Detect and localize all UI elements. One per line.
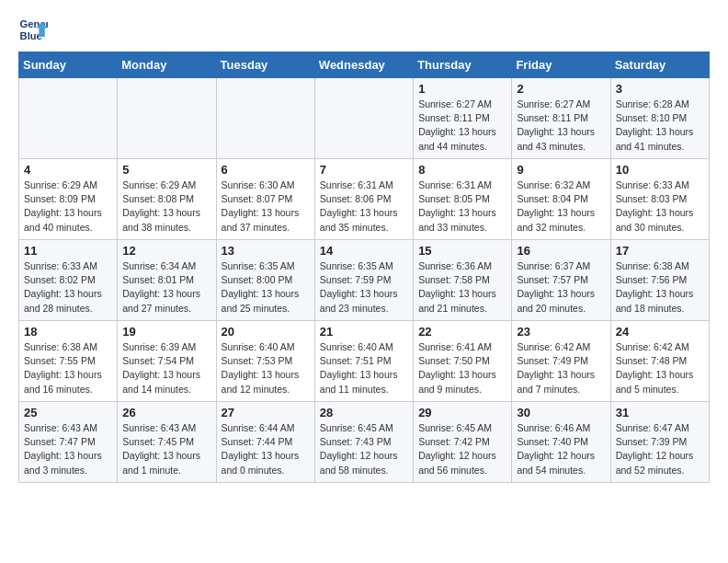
calendar-cell: 11Sunrise: 6:33 AM Sunset: 8:02 PM Dayli… <box>19 240 118 321</box>
day-number: 29 <box>418 406 506 419</box>
day-number: 11 <box>24 244 112 258</box>
day-info: Sunrise: 6:43 AM Sunset: 7:47 PM Dayligh… <box>24 421 112 477</box>
calendar-cell: 27Sunrise: 6:44 AM Sunset: 7:44 PM Dayli… <box>216 402 314 483</box>
calendar-cell: 21Sunrise: 6:40 AM Sunset: 7:51 PM Dayli… <box>314 321 413 402</box>
calendar-cell: 30Sunrise: 6:46 AM Sunset: 7:40 PM Dayli… <box>512 402 610 483</box>
day-number: 20 <box>222 325 310 339</box>
calendar-cell: 20Sunrise: 6:40 AM Sunset: 7:53 PM Dayli… <box>216 321 314 402</box>
calendar-cell: 26Sunrise: 6:43 AM Sunset: 7:45 PM Dayli… <box>118 402 216 483</box>
calendar-week-row: 11Sunrise: 6:33 AM Sunset: 8:02 PM Dayli… <box>19 240 710 321</box>
calendar-cell: 25Sunrise: 6:43 AM Sunset: 7:47 PM Dayli… <box>19 402 118 483</box>
day-info: Sunrise: 6:39 AM Sunset: 7:54 PM Dayligh… <box>122 340 210 396</box>
calendar-cell: 24Sunrise: 6:42 AM Sunset: 7:48 PM Dayli… <box>610 321 709 402</box>
day-number: 19 <box>122 325 210 339</box>
logo-icon: General Blue <box>18 15 48 44</box>
day-number: 12 <box>122 244 210 258</box>
day-number: 28 <box>320 406 408 419</box>
day-info: Sunrise: 6:40 AM Sunset: 7:51 PM Dayligh… <box>320 340 408 396</box>
svg-text:Blue: Blue <box>20 30 42 41</box>
day-number: 8 <box>418 163 506 177</box>
day-header-thursday: Thursday <box>414 52 512 78</box>
day-info: Sunrise: 6:34 AM Sunset: 8:01 PM Dayligh… <box>122 259 210 316</box>
day-number: 24 <box>616 325 704 339</box>
calendar-cell: 14Sunrise: 6:35 AM Sunset: 7:59 PM Dayli… <box>314 240 413 321</box>
day-info: Sunrise: 6:43 AM Sunset: 7:45 PM Dayligh… <box>122 421 210 477</box>
day-header-saturday: Saturday <box>610 52 709 78</box>
day-number: 4 <box>24 163 112 177</box>
day-header-friday: Friday <box>512 52 610 78</box>
calendar-cell: 1Sunrise: 6:27 AM Sunset: 8:11 PM Daylig… <box>414 78 512 159</box>
calendar-cell: 22Sunrise: 6:41 AM Sunset: 7:50 PM Dayli… <box>414 321 512 402</box>
day-header-sunday: Sunday <box>19 52 118 78</box>
day-header-wednesday: Wednesday <box>314 52 413 78</box>
calendar-cell: 31Sunrise: 6:47 AM Sunset: 7:39 PM Dayli… <box>610 402 709 483</box>
calendar-cell: 16Sunrise: 6:37 AM Sunset: 7:57 PM Dayli… <box>512 240 610 321</box>
day-info: Sunrise: 6:42 AM Sunset: 7:48 PM Dayligh… <box>616 340 704 396</box>
day-number: 27 <box>222 406 310 419</box>
logo: General Blue <box>18 15 48 44</box>
day-number: 22 <box>418 325 506 339</box>
day-info: Sunrise: 6:45 AM Sunset: 7:42 PM Dayligh… <box>418 421 506 477</box>
calendar-cell: 29Sunrise: 6:45 AM Sunset: 7:42 PM Dayli… <box>414 402 512 483</box>
day-info: Sunrise: 6:31 AM Sunset: 8:06 PM Dayligh… <box>320 178 408 235</box>
day-number: 1 <box>418 82 506 96</box>
day-number: 13 <box>222 244 310 258</box>
day-number: 16 <box>517 244 605 258</box>
calendar-cell: 2Sunrise: 6:27 AM Sunset: 8:11 PM Daylig… <box>512 78 610 159</box>
day-info: Sunrise: 6:45 AM Sunset: 7:43 PM Dayligh… <box>320 421 408 477</box>
day-info: Sunrise: 6:35 AM Sunset: 7:59 PM Dayligh… <box>320 259 408 316</box>
day-info: Sunrise: 6:27 AM Sunset: 8:11 PM Dayligh… <box>418 98 506 154</box>
day-number: 26 <box>122 406 210 419</box>
calendar-cell: 13Sunrise: 6:35 AM Sunset: 8:00 PM Dayli… <box>216 240 314 321</box>
calendar-cell: 6Sunrise: 6:30 AM Sunset: 8:07 PM Daylig… <box>216 159 314 240</box>
calendar-week-row: 1Sunrise: 6:27 AM Sunset: 8:11 PM Daylig… <box>19 78 710 159</box>
day-info: Sunrise: 6:33 AM Sunset: 8:03 PM Dayligh… <box>616 178 704 235</box>
day-info: Sunrise: 6:47 AM Sunset: 7:39 PM Dayligh… <box>616 421 704 477</box>
day-info: Sunrise: 6:46 AM Sunset: 7:40 PM Dayligh… <box>517 421 605 477</box>
calendar-header-row: SundayMondayTuesdayWednesdayThursdayFrid… <box>19 52 710 78</box>
day-header-tuesday: Tuesday <box>216 52 314 78</box>
calendar-cell: 9Sunrise: 6:32 AM Sunset: 8:04 PM Daylig… <box>512 159 610 240</box>
day-info: Sunrise: 6:27 AM Sunset: 8:11 PM Dayligh… <box>517 98 605 154</box>
calendar-cell <box>314 78 413 159</box>
day-info: Sunrise: 6:30 AM Sunset: 8:07 PM Dayligh… <box>222 178 310 235</box>
day-info: Sunrise: 6:40 AM Sunset: 7:53 PM Dayligh… <box>222 340 310 396</box>
day-info: Sunrise: 6:41 AM Sunset: 7:50 PM Dayligh… <box>418 340 506 396</box>
day-number: 17 <box>616 244 704 258</box>
calendar-cell: 28Sunrise: 6:45 AM Sunset: 7:43 PM Dayli… <box>314 402 413 483</box>
calendar-cell: 4Sunrise: 6:29 AM Sunset: 8:09 PM Daylig… <box>19 159 118 240</box>
day-number: 7 <box>320 163 408 177</box>
day-number: 15 <box>418 244 506 258</box>
day-number: 6 <box>222 163 310 177</box>
day-number: 9 <box>517 163 605 177</box>
calendar-table: SundayMondayTuesdayWednesdayThursdayFrid… <box>18 52 710 483</box>
day-info: Sunrise: 6:44 AM Sunset: 7:44 PM Dayligh… <box>222 421 310 477</box>
day-number: 21 <box>320 325 408 339</box>
calendar-week-row: 25Sunrise: 6:43 AM Sunset: 7:47 PM Dayli… <box>19 402 710 483</box>
day-number: 18 <box>24 325 112 339</box>
day-number: 31 <box>616 406 704 419</box>
calendar-cell: 15Sunrise: 6:36 AM Sunset: 7:58 PM Dayli… <box>414 240 512 321</box>
day-info: Sunrise: 6:38 AM Sunset: 7:55 PM Dayligh… <box>24 340 112 396</box>
calendar-cell: 23Sunrise: 6:42 AM Sunset: 7:49 PM Dayli… <box>512 321 610 402</box>
day-info: Sunrise: 6:35 AM Sunset: 8:00 PM Dayligh… <box>222 259 310 316</box>
day-info: Sunrise: 6:42 AM Sunset: 7:49 PM Dayligh… <box>517 340 605 396</box>
day-info: Sunrise: 6:38 AM Sunset: 7:56 PM Dayligh… <box>616 259 704 316</box>
calendar-cell: 3Sunrise: 6:28 AM Sunset: 8:10 PM Daylig… <box>610 78 709 159</box>
day-info: Sunrise: 6:37 AM Sunset: 7:57 PM Dayligh… <box>517 259 605 316</box>
day-number: 3 <box>616 82 704 96</box>
day-info: Sunrise: 6:28 AM Sunset: 8:10 PM Dayligh… <box>616 98 704 154</box>
day-number: 30 <box>517 406 605 419</box>
calendar-cell: 8Sunrise: 6:31 AM Sunset: 8:05 PM Daylig… <box>414 159 512 240</box>
day-info: Sunrise: 6:29 AM Sunset: 8:08 PM Dayligh… <box>122 178 210 235</box>
day-info: Sunrise: 6:32 AM Sunset: 8:04 PM Dayligh… <box>517 178 605 235</box>
day-header-monday: Monday <box>118 52 216 78</box>
calendar-week-row: 4Sunrise: 6:29 AM Sunset: 8:09 PM Daylig… <box>19 159 710 240</box>
calendar-cell <box>216 78 314 159</box>
calendar-cell: 17Sunrise: 6:38 AM Sunset: 7:56 PM Dayli… <box>610 240 709 321</box>
day-number: 25 <box>24 406 112 419</box>
day-number: 2 <box>517 82 605 96</box>
day-number: 14 <box>320 244 408 258</box>
day-info: Sunrise: 6:29 AM Sunset: 8:09 PM Dayligh… <box>24 178 112 235</box>
day-number: 10 <box>616 163 704 177</box>
